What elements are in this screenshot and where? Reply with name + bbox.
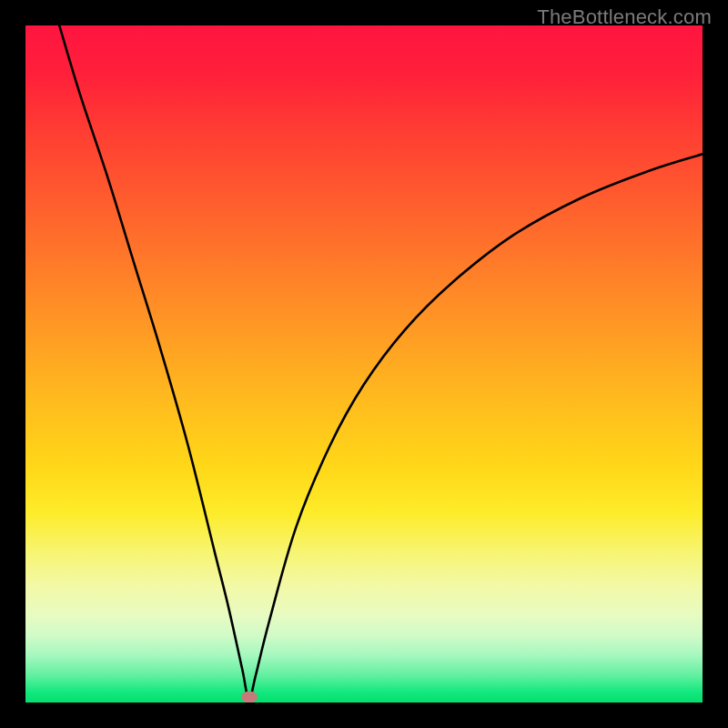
bottleneck-curve (59, 25, 703, 699)
curve-svg (25, 25, 703, 703)
watermark-text: TheBottleneck.com (537, 5, 712, 29)
chart-plot-area (25, 25, 703, 703)
minimum-marker (241, 692, 258, 703)
